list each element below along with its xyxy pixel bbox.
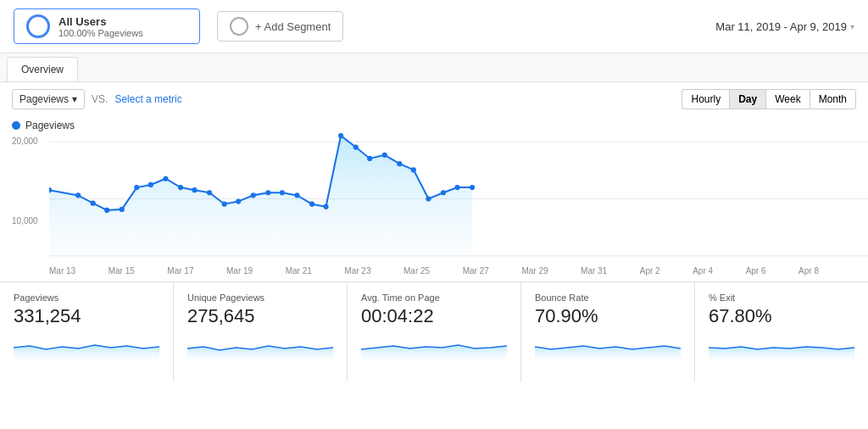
svg-point-9 — [134, 185, 139, 190]
stat-value-pageviews: 331,254 — [14, 305, 159, 327]
pageviews-label: Pageviews — [12, 116, 856, 133]
add-segment-button[interactable]: + Add Segment — [217, 11, 343, 42]
stat-label-avgtime: Avg. Time on Page — [361, 292, 507, 303]
mini-chart-bounce — [535, 331, 681, 360]
all-users-icon — [26, 14, 50, 38]
svg-point-28 — [411, 167, 416, 172]
time-btn-hourly[interactable]: Hourly — [682, 89, 729, 109]
y-axis: 20,000 10,000 — [12, 133, 38, 265]
mini-chart-pageviews — [14, 331, 159, 360]
svg-point-15 — [222, 202, 227, 207]
svg-point-26 — [382, 153, 387, 158]
x-label: Apr 4 — [693, 266, 713, 276]
date-range-arrow: ▾ — [850, 22, 854, 31]
x-label: Mar 19 — [226, 266, 253, 276]
svg-point-31 — [454, 185, 459, 190]
y-label-top: 20,000 — [12, 136, 38, 146]
stat-value-unique: 275,645 — [187, 305, 333, 327]
chart-controls: Pageviews ▾ VS. Select a metric Hourly D… — [0, 82, 868, 116]
segment-area: All Users 100.00% Pageviews + Add Segmen… — [14, 8, 343, 44]
vs-label: VS. — [92, 93, 108, 105]
time-btn-day[interactable]: Day — [729, 89, 765, 109]
stat-value-bounce: 70.90% — [535, 305, 681, 327]
mini-chart-unique — [187, 331, 333, 360]
x-label: Mar 27 — [463, 266, 489, 276]
svg-point-14 — [207, 190, 212, 195]
svg-marker-3 — [49, 136, 472, 256]
svg-point-30 — [441, 190, 446, 195]
all-users-name: All Users — [58, 15, 143, 28]
y-label-low: 10,000 — [12, 216, 38, 226]
x-label: Mar 25 — [403, 266, 430, 276]
stat-label-exit: % Exit — [709, 292, 854, 303]
top-bar: All Users 100.00% Pageviews + Add Segmen… — [0, 0, 868, 53]
pageviews-dot — [12, 121, 20, 130]
svg-point-24 — [353, 144, 359, 149]
x-label: Mar 13 — [49, 266, 75, 276]
x-label: Apr 6 — [746, 266, 766, 276]
date-range-text: Mar 11, 2019 - Apr 9, 2019 — [715, 20, 847, 33]
stat-label-pageviews: Pageviews — [14, 292, 159, 303]
svg-point-22 — [323, 204, 328, 209]
x-label: Mar 31 — [581, 266, 607, 276]
svg-point-18 — [265, 190, 270, 195]
metric-selector-area: Pageviews ▾ VS. Select a metric — [12, 89, 182, 109]
metric-label: Pageviews — [19, 93, 69, 105]
x-label: Mar 17 — [167, 266, 193, 276]
stats-bar: Pageviews 331,254 Unique Pageviews 275,6… — [0, 281, 868, 382]
select-metric-link[interactable]: Select a metric — [114, 93, 181, 105]
tab-overview[interactable]: Overview — [7, 57, 78, 81]
time-btn-week[interactable]: Week — [765, 89, 809, 109]
svg-point-27 — [397, 161, 402, 166]
stat-exit: % Exit 67.80% — [695, 282, 868, 382]
metric-dropdown[interactable]: Pageviews ▾ — [12, 89, 85, 109]
time-buttons: Hourly Day Week Month — [682, 89, 856, 109]
stat-value-avgtime: 00:04:22 — [361, 305, 507, 327]
svg-point-8 — [120, 207, 125, 212]
svg-point-13 — [192, 187, 197, 192]
svg-point-19 — [280, 190, 285, 195]
chart-wrapper: 20,000 10,000 — [12, 133, 856, 265]
svg-point-12 — [178, 185, 183, 190]
date-range-picker[interactable]: Mar 11, 2019 - Apr 9, 2019 ▾ — [715, 20, 854, 33]
line-chart-svg — [49, 133, 868, 265]
all-users-subtext: 100.00% Pageviews — [58, 28, 143, 38]
x-label: Mar 23 — [344, 266, 370, 276]
mini-chart-exit — [709, 331, 854, 360]
all-users-text: All Users 100.00% Pageviews — [58, 15, 143, 38]
svg-point-29 — [426, 196, 431, 201]
x-axis: Mar 13 Mar 15 Mar 17 Mar 19 Mar 21 Mar 2… — [12, 265, 856, 276]
chart-area: Pageviews 20,000 10,000 — [0, 116, 868, 281]
svg-point-7 — [104, 208, 109, 213]
add-segment-label: + Add Segment — [255, 20, 331, 33]
stat-value-exit: 67.80% — [709, 305, 854, 327]
tab-bar: Overview — [0, 53, 868, 82]
x-label: Apr 8 — [798, 266, 819, 276]
stat-pageviews: Pageviews 331,254 — [0, 282, 174, 382]
x-label: Mar 15 — [108, 266, 135, 276]
svg-point-5 — [75, 192, 81, 198]
svg-point-32 — [470, 185, 475, 190]
stat-label-unique: Unique Pageviews — [187, 292, 333, 303]
mini-chart-avgtime — [361, 331, 507, 360]
x-label: Mar 29 — [521, 266, 548, 276]
stat-unique-pageviews: Unique Pageviews 275,645 — [174, 282, 348, 382]
svg-point-16 — [236, 199, 241, 204]
stat-avg-time: Avg. Time on Page 00:04:22 — [348, 282, 521, 382]
stat-label-bounce: Bounce Rate — [535, 292, 681, 303]
x-label: Apr 2 — [640, 266, 660, 276]
svg-point-23 — [338, 133, 343, 138]
svg-point-17 — [251, 192, 256, 198]
svg-point-21 — [309, 202, 314, 207]
svg-point-6 — [91, 201, 96, 206]
pageviews-series-label: Pageviews — [25, 120, 75, 131]
metric-arrow: ▾ — [72, 93, 77, 105]
stat-bounce-rate: Bounce Rate 70.90% — [521, 282, 695, 382]
svg-point-20 — [294, 192, 299, 198]
x-label: Mar 21 — [286, 266, 312, 276]
all-users-segment[interactable]: All Users 100.00% Pageviews — [14, 8, 200, 44]
time-btn-month[interactable]: Month — [810, 89, 856, 109]
svg-point-25 — [367, 156, 372, 161]
add-segment-icon — [230, 17, 248, 36]
svg-point-11 — [163, 176, 168, 181]
